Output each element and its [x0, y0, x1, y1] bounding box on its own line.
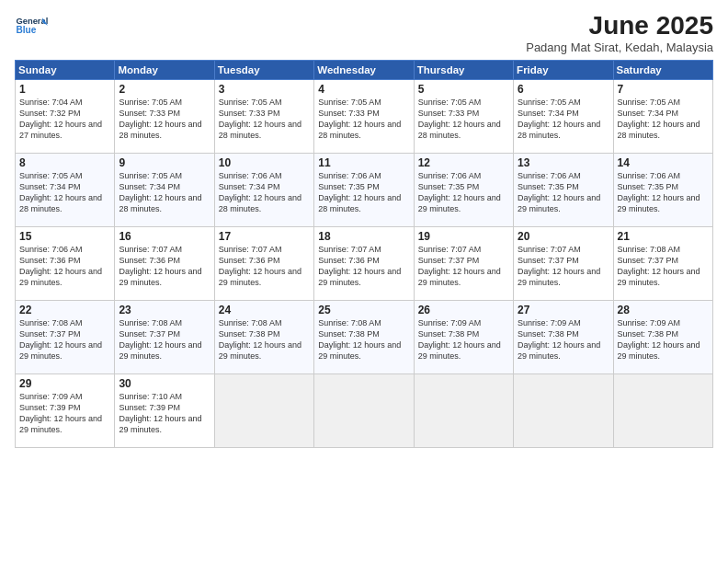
calendar-cell: 17 Sunrise: 7:07 AMSunset: 7:36 PMDaylig…: [214, 227, 313, 301]
day-number: 28: [618, 304, 709, 316]
col-tuesday: Tuesday: [214, 61, 313, 80]
calendar-cell: 19 Sunrise: 7:07 AMSunset: 7:37 PMDaylig…: [414, 227, 513, 301]
day-info: Sunrise: 7:05 AMSunset: 7:33 PMDaylight:…: [318, 98, 401, 140]
day-number: 6: [518, 83, 609, 96]
month-title: June 2025: [526, 11, 713, 40]
day-number: 17: [219, 230, 310, 243]
title-area: June 2025 Padang Mat Sirat, Kedah, Malay…: [526, 11, 713, 54]
calendar-cell: 23 Sunrise: 7:08 AMSunset: 7:37 PMDaylig…: [115, 301, 214, 374]
day-info: Sunrise: 7:06 AMSunset: 7:36 PMDaylight:…: [19, 245, 102, 287]
calendar-cell: 21 Sunrise: 7:08 AMSunset: 7:37 PMDaylig…: [613, 227, 712, 301]
page: General Blue June 2025 Padang Mat Sirat,…: [0, 0, 728, 563]
calendar-cell: [214, 374, 313, 448]
day-number: 25: [318, 304, 409, 316]
calendar-cell: 25 Sunrise: 7:08 AMSunset: 7:38 PMDaylig…: [314, 301, 414, 374]
day-number: 23: [119, 304, 210, 316]
day-number: 22: [19, 304, 110, 316]
day-number: 21: [618, 230, 709, 243]
day-number: 5: [418, 83, 509, 96]
calendar-cell: 10 Sunrise: 7:06 AMSunset: 7:34 PMDaylig…: [214, 154, 313, 227]
day-number: 1: [19, 83, 110, 96]
calendar-cell: 3 Sunrise: 7:05 AMSunset: 7:33 PMDayligh…: [214, 80, 313, 154]
day-info: Sunrise: 7:04 AMSunset: 7:32 PMDaylight:…: [19, 98, 102, 140]
calendar-cell: 18 Sunrise: 7:07 AMSunset: 7:36 PMDaylig…: [314, 227, 414, 301]
day-info: Sunrise: 7:05 AMSunset: 7:34 PMDaylight:…: [19, 171, 102, 213]
calendar-cell: 11 Sunrise: 7:06 AMSunset: 7:35 PMDaylig…: [314, 154, 414, 227]
day-number: 10: [219, 156, 310, 169]
col-sunday: Sunday: [16, 61, 115, 80]
calendar-cell: 26 Sunrise: 7:09 AMSunset: 7:38 PMDaylig…: [414, 301, 513, 374]
calendar-cell: 6 Sunrise: 7:05 AMSunset: 7:34 PMDayligh…: [514, 80, 613, 154]
calendar-cell: 30 Sunrise: 7:10 AMSunset: 7:39 PMDaylig…: [115, 374, 214, 448]
calendar-cell: 16 Sunrise: 7:07 AMSunset: 7:36 PMDaylig…: [115, 227, 214, 301]
day-info: Sunrise: 7:06 AMSunset: 7:35 PMDaylight:…: [518, 171, 600, 213]
calendar-cell: [414, 374, 513, 448]
day-number: 16: [119, 230, 210, 243]
calendar-cell: 7 Sunrise: 7:05 AMSunset: 7:34 PMDayligh…: [613, 80, 712, 154]
day-number: 13: [518, 156, 609, 169]
day-number: 19: [418, 230, 509, 243]
day-info: Sunrise: 7:09 AMSunset: 7:39 PMDaylight:…: [19, 392, 102, 434]
day-info: Sunrise: 7:06 AMSunset: 7:34 PMDaylight:…: [219, 171, 301, 213]
day-info: Sunrise: 7:08 AMSunset: 7:37 PMDaylight:…: [618, 245, 700, 287]
calendar-cell: 4 Sunrise: 7:05 AMSunset: 7:33 PMDayligh…: [314, 80, 414, 154]
day-number: 12: [418, 156, 509, 169]
day-info: Sunrise: 7:05 AMSunset: 7:34 PMDaylight:…: [518, 98, 600, 140]
calendar-cell: 14 Sunrise: 7:06 AMSunset: 7:35 PMDaylig…: [613, 154, 712, 227]
svg-text:Blue: Blue: [16, 25, 36, 35]
col-monday: Monday: [115, 61, 214, 80]
day-info: Sunrise: 7:10 AMSunset: 7:39 PMDaylight:…: [119, 392, 201, 434]
calendar-cell: 1 Sunrise: 7:04 AMSunset: 7:32 PMDayligh…: [16, 80, 115, 154]
calendar-cell: 5 Sunrise: 7:05 AMSunset: 7:33 PMDayligh…: [414, 80, 513, 154]
day-info: Sunrise: 7:06 AMSunset: 7:35 PMDaylight:…: [418, 171, 501, 213]
calendar-cell: 12 Sunrise: 7:06 AMSunset: 7:35 PMDaylig…: [414, 154, 513, 227]
day-number: 4: [318, 83, 409, 96]
day-number: 2: [119, 83, 210, 96]
day-number: 14: [618, 156, 709, 169]
day-info: Sunrise: 7:09 AMSunset: 7:38 PMDaylight:…: [518, 318, 600, 361]
calendar-cell: 27 Sunrise: 7:09 AMSunset: 7:38 PMDaylig…: [514, 301, 613, 374]
calendar-cell: 13 Sunrise: 7:06 AMSunset: 7:35 PMDaylig…: [514, 154, 613, 227]
location: Padang Mat Sirat, Kedah, Malaysia: [526, 40, 713, 54]
col-friday: Friday: [514, 61, 613, 80]
day-info: Sunrise: 7:08 AMSunset: 7:37 PMDaylight:…: [119, 318, 201, 361]
day-info: Sunrise: 7:08 AMSunset: 7:38 PMDaylight:…: [219, 318, 301, 361]
calendar-table: Sunday Monday Tuesday Wednesday Thursday…: [15, 60, 713, 448]
day-info: Sunrise: 7:05 AMSunset: 7:33 PMDaylight:…: [119, 98, 201, 140]
calendar-cell: 8 Sunrise: 7:05 AMSunset: 7:34 PMDayligh…: [16, 154, 115, 227]
day-info: Sunrise: 7:09 AMSunset: 7:38 PMDaylight:…: [618, 318, 700, 361]
day-info: Sunrise: 7:08 AMSunset: 7:37 PMDaylight:…: [19, 318, 102, 361]
day-number: 11: [318, 156, 409, 169]
day-number: 18: [318, 230, 409, 243]
day-number: 8: [19, 156, 110, 169]
day-number: 24: [219, 304, 310, 316]
day-number: 7: [618, 83, 709, 96]
col-thursday: Thursday: [414, 61, 513, 80]
day-number: 3: [219, 83, 310, 96]
day-info: Sunrise: 7:08 AMSunset: 7:38 PMDaylight:…: [318, 318, 401, 361]
day-number: 29: [19, 377, 110, 390]
day-info: Sunrise: 7:06 AMSunset: 7:35 PMDaylight:…: [618, 171, 700, 213]
day-info: Sunrise: 7:05 AMSunset: 7:33 PMDaylight:…: [219, 98, 301, 140]
day-info: Sunrise: 7:06 AMSunset: 7:35 PMDaylight:…: [318, 171, 401, 213]
calendar-cell: [314, 374, 414, 448]
day-info: Sunrise: 7:05 AMSunset: 7:34 PMDaylight:…: [618, 98, 700, 140]
calendar-cell: 22 Sunrise: 7:08 AMSunset: 7:37 PMDaylig…: [16, 301, 115, 374]
header: General Blue June 2025 Padang Mat Sirat,…: [15, 11, 713, 54]
day-info: Sunrise: 7:07 AMSunset: 7:36 PMDaylight:…: [219, 245, 301, 287]
calendar-cell: 2 Sunrise: 7:05 AMSunset: 7:33 PMDayligh…: [115, 80, 214, 154]
calendar-cell: [514, 374, 613, 448]
calendar-cell: 24 Sunrise: 7:08 AMSunset: 7:38 PMDaylig…: [214, 301, 313, 374]
day-number: 9: [119, 156, 210, 169]
col-wednesday: Wednesday: [314, 61, 414, 80]
day-number: 15: [19, 230, 110, 243]
day-info: Sunrise: 7:07 AMSunset: 7:36 PMDaylight:…: [318, 245, 401, 287]
logo: General Blue: [15, 11, 48, 44]
day-info: Sunrise: 7:09 AMSunset: 7:38 PMDaylight:…: [418, 318, 501, 361]
day-number: 30: [119, 377, 210, 390]
day-info: Sunrise: 7:07 AMSunset: 7:36 PMDaylight:…: [119, 245, 201, 287]
day-info: Sunrise: 7:07 AMSunset: 7:37 PMDaylight:…: [518, 245, 600, 287]
day-info: Sunrise: 7:05 AMSunset: 7:34 PMDaylight:…: [119, 171, 201, 213]
day-number: 20: [518, 230, 609, 243]
calendar-cell: 15 Sunrise: 7:06 AMSunset: 7:36 PMDaylig…: [16, 227, 115, 301]
